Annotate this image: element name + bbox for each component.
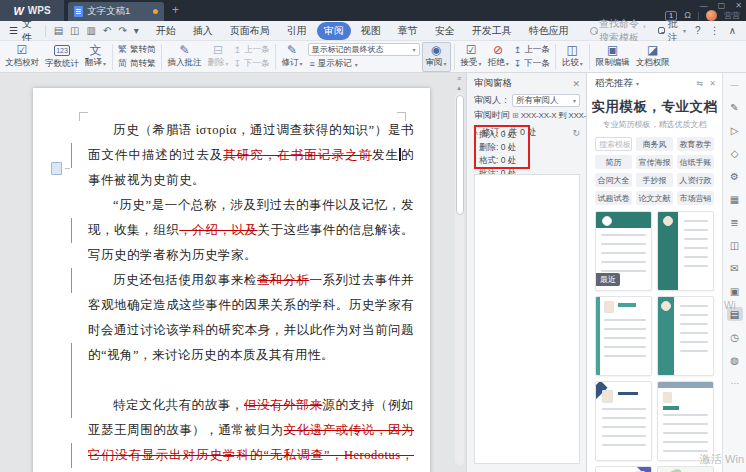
menu-item[interactable]: 插入 (186, 22, 220, 40)
reject-change-button[interactable]: ⊘拒绝▾ (485, 42, 512, 72)
markup-state-dropdown[interactable]: 显示标记的最终状态▾ (308, 43, 420, 56)
save-icon[interactable]: ▤ (54, 25, 63, 36)
menu-item[interactable]: 安全 (428, 22, 462, 40)
chevron-down-icon: ▾ (506, 60, 509, 67)
template-category-tag[interactable]: 商务风 (636, 137, 673, 151)
restrict-editing-button[interactable]: ▣限制编辑 (593, 42, 633, 72)
convert-group-item[interactable]: 简简转繁 (118, 57, 156, 70)
template-category-tag[interactable]: 合同大全 (595, 173, 632, 187)
ribbon-group-divider (275, 44, 276, 70)
divider (45, 25, 46, 37)
doc-permissions-button[interactable]: ◪文档权限 (633, 42, 673, 72)
history-tool-icon[interactable]: ◷ (727, 330, 743, 344)
template-category-tag[interactable]: 论文文献 (636, 191, 673, 205)
collapse-icon[interactable]: ∧ (474, 129, 478, 136)
refresh-icon[interactable]: ↻ (572, 128, 580, 138)
resources-tool-icon[interactable]: ◍ (727, 353, 743, 367)
ribbon-group-divider (555, 44, 556, 70)
template-thumbnail[interactable] (657, 296, 714, 376)
template-thumbnail[interactable] (657, 211, 714, 291)
menu-item[interactable]: 视图 (354, 22, 388, 40)
table-tool-icon[interactable]: ▦ (727, 192, 743, 206)
more-menu-button[interactable]: ⋮ (710, 25, 720, 36)
ruler-toggle-icon[interactable]: ≡ (457, 75, 461, 82)
mail-tool-icon[interactable]: ✉ (727, 261, 743, 275)
doc-proofread-button[interactable]: ☑文档校对 (2, 42, 42, 72)
minimize-button[interactable]: — (700, 1, 708, 10)
translate-button[interactable]: 文翻译▾ (82, 42, 109, 72)
change-nav-group-item[interactable]: ↧下一条 (514, 57, 550, 70)
arrow-icon: ↧ (234, 59, 242, 69)
vertical-scrollbar[interactable] (455, 93, 464, 465)
template-thumbnail[interactable]: 最近 (595, 211, 652, 291)
template-category-tag[interactable]: 试题试卷 (595, 191, 632, 205)
maximize-button[interactable]: ▢ (718, 1, 726, 10)
help-button[interactable]: ? (695, 25, 701, 36)
revision-list[interactable] (474, 174, 580, 464)
menu-item[interactable]: 页面布局 (223, 22, 277, 40)
compare-button[interactable]: ◫比较▾ (559, 42, 586, 72)
template-category-tag[interactable]: 手抄报 (636, 173, 673, 187)
revision-stat-row: 插入: 0 处 (479, 129, 516, 141)
template-thumbnail[interactable] (595, 466, 652, 472)
template-thumbnail[interactable] (657, 381, 714, 461)
select-tool-icon[interactable]: ▷ (727, 123, 743, 137)
scroll-up-icon[interactable]: ▴ (457, 84, 461, 92)
menu-item[interactable]: 审阅 (317, 22, 351, 40)
comment-nav-group-item[interactable]: ↥上一条 (234, 43, 270, 56)
reviewing-pane-button[interactable]: ◉审阅▾ (422, 42, 451, 72)
chevron-down-icon[interactable]: ▾ (636, 80, 639, 87)
accept-change-button[interactable]: ☑接受▾ (458, 42, 485, 72)
template-category-tag[interactable]: 宣传海报 (636, 155, 673, 169)
template-thumbnail[interactable] (595, 296, 652, 376)
menu-item[interactable]: 章节 (391, 22, 425, 40)
menu-item[interactable]: 引用 (280, 22, 314, 40)
revision-stats: 插入: 0 处删除: 0 处格式: 0 处批注: 0 处 (479, 129, 516, 180)
collapse-ribbon-button[interactable]: ∧ (729, 25, 736, 36)
new-tab-button[interactable]: + (172, 3, 179, 17)
more-actions-icon[interactable]: ▾ (134, 25, 139, 36)
template-search-input[interactable]: 搜索模板 (595, 137, 632, 151)
settings-tool-icon[interactable]: ⚙ (727, 169, 743, 183)
document-tab[interactable]: 文字文稿1 (68, 2, 164, 21)
more-tools-icon[interactable]: ⋯ (727, 376, 743, 390)
revision-margin-icon[interactable] (51, 162, 62, 175)
scrollbar-thumb[interactable] (456, 95, 464, 215)
template-panel-close-button[interactable]: ✕ (709, 79, 716, 88)
template-category-tag[interactable]: 简历 (595, 155, 632, 169)
convert-group-item[interactable]: 繁繁转简 (118, 43, 156, 56)
redo-icon[interactable]: ↷ (118, 25, 126, 36)
hamburger-icon: ☰ (9, 25, 18, 36)
shape-tool-icon[interactable]: ◇ (727, 146, 743, 160)
track-changes-button[interactable]: ✎修订▾ (279, 42, 306, 72)
template-thumbnail[interactable] (595, 381, 652, 461)
menu-item[interactable]: 开发工具 (465, 22, 519, 40)
print-preview-icon[interactable]: ▥ (87, 25, 96, 36)
document-page[interactable]: 历史（希腊语 ἱστορία，通过调查获得的知识”）是书面文件中描述的过去及其研… (33, 88, 430, 472)
template-category-tag[interactable]: 教育教学 (677, 137, 714, 151)
template-category-tag[interactable]: 信纸手账 (677, 155, 714, 169)
show-markup-button[interactable]: ≡显示标记▾ (310, 58, 418, 71)
collapse-strip-icon[interactable]: — (727, 77, 743, 91)
delete-comment-button[interactable]: ⊟删除▾ (205, 42, 232, 72)
layout-tool-icon[interactable]: ◫ (727, 238, 743, 252)
undo-icon[interactable]: ↶ (103, 25, 111, 36)
print-icon[interactable]: ◫ (70, 25, 79, 36)
insert-comment-button[interactable]: ✎插入批注 (165, 42, 205, 72)
menu-item[interactable]: 特色应用 (522, 22, 576, 40)
adjust-tool-icon[interactable]: ≣ (727, 215, 743, 229)
template-category-tag[interactable]: 人资行政 (677, 173, 714, 187)
change-nav-group-item[interactable]: ↥上一条 (514, 43, 550, 56)
review-pane-close-button[interactable]: ✕ (572, 79, 580, 89)
comment-nav-group-item[interactable]: ↧下一条 (234, 57, 270, 70)
menu-item[interactable]: 开始 (149, 22, 183, 40)
reviewer-select[interactable]: 所有审阅人 ▾ (512, 94, 580, 107)
pen-tool-icon[interactable]: ✎ (727, 100, 743, 114)
template-category-tag[interactable]: 市场营销 (677, 191, 714, 205)
word-count-button[interactable]: 123字数统计 (42, 42, 82, 72)
ribbon-button-label: 下一条 (244, 58, 270, 70)
chevron-down-icon: ▾ (580, 60, 583, 67)
image-tool-icon[interactable]: ▣ (727, 284, 743, 298)
panel-resize-icon[interactable]: ⇆ (697, 79, 704, 88)
close-button[interactable]: ✕ (735, 1, 742, 10)
